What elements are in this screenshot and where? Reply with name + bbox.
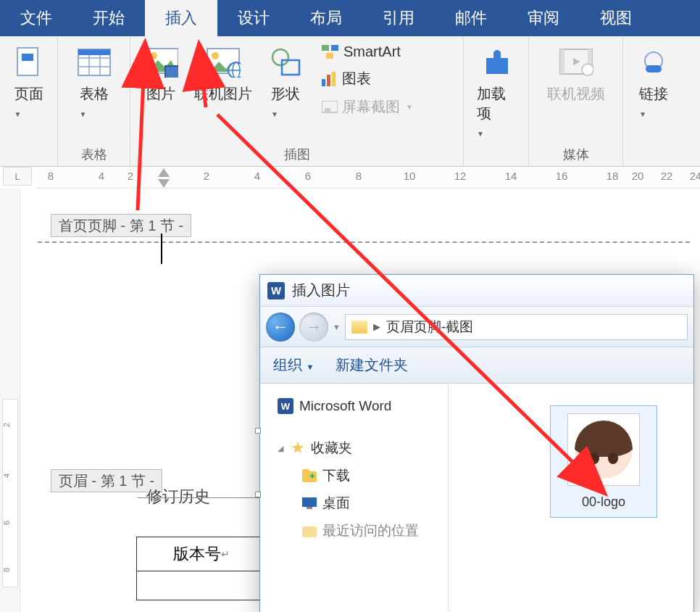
- arrow-left-icon: ←: [272, 318, 288, 336]
- table-button[interactable]: 表格▼: [72, 42, 116, 123]
- tab-layout[interactable]: 布局: [290, 0, 362, 36]
- cursor-position-icon: [161, 233, 162, 264]
- tree-item-msword[interactable]: W Microsoft Word: [267, 394, 441, 418]
- tab-home[interactable]: 开始: [72, 0, 145, 36]
- ruler-tick: 22: [661, 170, 673, 182]
- svg-rect-19: [282, 60, 299, 75]
- ruler-tick: 16: [556, 170, 568, 182]
- shapes-button[interactable]: 形状▼: [264, 42, 307, 123]
- tree-label: 最近访问的位置: [322, 521, 419, 540]
- screenshot-icon: [322, 101, 338, 114]
- svg-rect-34: [646, 65, 662, 73]
- addins-label: 加载项: [477, 86, 506, 121]
- tree-item-downloads[interactable]: 下载: [292, 462, 441, 489]
- online-picture-icon: [206, 45, 241, 80]
- page-icon: [12, 45, 46, 80]
- tree-item-favorites[interactable]: ◢ ★ 收藏夹: [267, 434, 441, 462]
- tree-label: 收藏夹: [311, 439, 352, 458]
- svg-text:W: W: [281, 401, 291, 412]
- nav-back-button[interactable]: ←: [266, 313, 295, 342]
- vruler-tick: 6: [2, 521, 11, 525]
- svg-rect-21: [331, 45, 338, 51]
- avatar-image-icon: [575, 421, 633, 479]
- picture-icon: [143, 45, 178, 80]
- dropdown-arrow-icon: ▼: [406, 103, 413, 111]
- smartart-label: SmartArt: [343, 44, 401, 60]
- smartart-button[interactable]: SmartArt: [319, 42, 416, 62]
- tree-label: 下载: [322, 466, 350, 485]
- pictures-button[interactable]: 图片: [139, 42, 183, 107]
- chart-button[interactable]: 图表: [319, 67, 416, 90]
- svg-rect-7: [78, 49, 110, 55]
- ribbon-tabs: 文件 开始 插入 设计 布局 引用 邮件 审阅 视图: [0, 0, 700, 36]
- dropdown-arrow-icon: ▼: [80, 110, 87, 118]
- nav-forward-button[interactable]: →: [299, 313, 328, 342]
- dropdown-arrow-icon: ▼: [477, 130, 484, 138]
- online-pictures-label: 联机图片: [194, 84, 252, 104]
- word-icon: W: [267, 282, 285, 299]
- indent-marker-icon[interactable]: [158, 168, 170, 177]
- tab-design[interactable]: 设计: [217, 0, 290, 36]
- breadcrumb-item[interactable]: 页眉页脚-截图: [386, 318, 473, 336]
- dialog-titlebar[interactable]: W 插入图片: [260, 275, 693, 307]
- organize-button[interactable]: 组织 ▼: [273, 355, 314, 375]
- tab-insert[interactable]: 插入: [145, 0, 217, 36]
- vertical-ruler[interactable]: 2 4 6 8: [0, 189, 20, 612]
- ruler-corner: L: [3, 167, 32, 186]
- ruler-tick: 4: [99, 170, 104, 182]
- vruler-tick: 4: [2, 474, 11, 478]
- horizontal-ruler[interactable]: L 8 4 2 2 4 6 8 10 12 14 16 18 20 22 24: [0, 167, 700, 189]
- links-button[interactable]: 链接▼: [632, 42, 675, 123]
- folder-tree[interactable]: W Microsoft Word ◢ ★ 收藏夹 下载 桌面: [260, 384, 449, 612]
- svg-rect-23: [322, 79, 325, 86]
- shapes-label: 形状: [271, 86, 300, 102]
- svg-point-9: [150, 52, 157, 59]
- desktop-icon: [302, 497, 317, 509]
- file-item-logo[interactable]: 00-logo: [550, 405, 657, 518]
- svg-rect-29: [560, 49, 564, 74]
- new-folder-button[interactable]: 新建文件夹: [336, 355, 408, 375]
- tab-view[interactable]: 视图: [580, 0, 652, 36]
- svg-rect-25: [332, 72, 336, 86]
- tab-mailings[interactable]: 邮件: [435, 0, 507, 36]
- shapes-icon: [268, 45, 303, 80]
- addins-button[interactable]: 加载项▼: [472, 42, 520, 143]
- pages-button[interactable]: 页面▼: [7, 42, 51, 123]
- ruler-tick: 2: [204, 170, 209, 182]
- dialog-nav-bar: ← → ▼ ▶ 页眉页脚-截图: [260, 307, 693, 347]
- dialog-resize-handle[interactable]: [255, 428, 262, 609]
- svg-rect-42: [307, 507, 312, 509]
- svg-rect-1: [22, 54, 33, 61]
- arrow-right-icon: →: [306, 318, 322, 336]
- dropdown-arrow-icon: ▼: [639, 110, 646, 118]
- ruler-tick: 12: [454, 170, 467, 182]
- ruler-tick: 10: [404, 170, 416, 182]
- online-video-button[interactable]: 联机视频: [543, 42, 609, 107]
- chart-label: 图表: [342, 69, 371, 88]
- file-list[interactable]: 00-logo: [449, 384, 693, 612]
- word-icon: W: [278, 398, 293, 414]
- svg-rect-27: [325, 108, 330, 112]
- ruler-tick: 2: [128, 170, 133, 182]
- dropdown-arrow-icon[interactable]: ▼: [333, 323, 341, 331]
- tree-item-desktop[interactable]: 桌面: [292, 489, 441, 517]
- svg-rect-40: [302, 469, 309, 474]
- tree-label: 桌面: [322, 494, 350, 513]
- screenshot-label: 屏幕截图: [342, 97, 400, 117]
- tab-review[interactable]: 审阅: [507, 0, 580, 36]
- resize-handle-icon: [255, 428, 261, 434]
- file-thumbnail: [567, 413, 640, 486]
- video-icon: [559, 45, 593, 80]
- online-pictures-button[interactable]: 联机图片: [190, 42, 257, 107]
- screenshot-button[interactable]: 屏幕截图 ▼: [319, 96, 416, 118]
- breadcrumb-bar[interactable]: ▶ 页眉页脚-截图: [345, 314, 688, 340]
- chart-icon: [322, 72, 338, 86]
- insert-picture-dialog: W 插入图片 ← → ▼ ▶ 页眉页脚-截图 组织 ▼ 新建文件夹 W Micr…: [259, 274, 694, 612]
- svg-rect-11: [165, 66, 178, 78]
- ruler-tick: 6: [305, 170, 311, 182]
- tree-item-recent[interactable]: 最近访问的位置: [292, 517, 441, 545]
- tab-file[interactable]: 文件: [0, 0, 72, 36]
- tab-references[interactable]: 引用: [362, 0, 435, 36]
- indent-marker-icon[interactable]: [158, 179, 170, 188]
- svg-text:W: W: [271, 284, 282, 297]
